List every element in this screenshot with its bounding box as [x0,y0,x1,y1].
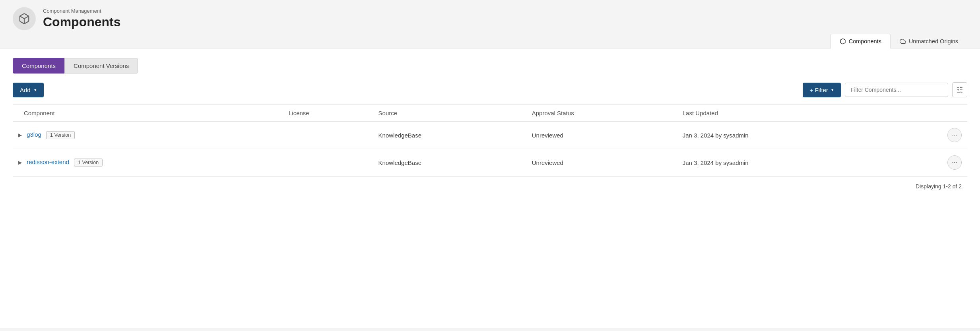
col-source: Source [373,105,526,122]
row-expander-g3log[interactable]: ▶ [18,132,22,138]
version-badge-g3log: 1 Version [46,131,75,139]
more-actions-g3log[interactable]: ··· [947,128,962,142]
tab-unmatched-origins[interactable]: Unmatched Origins [891,34,967,48]
add-button-label: Add [20,87,31,93]
tab-components[interactable]: Components [831,34,891,48]
component-link-g3log[interactable]: g3log [27,131,41,138]
tab-bar: Components Unmatched Origins [0,33,980,48]
filter-button-label: + Filter [810,87,828,93]
tab-components-label: Components [849,38,881,45]
display-count: Displaying 1-2 of 2 [916,183,962,190]
last-updated-redisson: Jan 3, 2024 by sysadmin [677,149,895,176]
toolbar: Add ▾ + Filter ▾ [13,82,967,97]
toolbar-right: + Filter ▾ [803,82,967,97]
filter-chevron-icon: ▾ [831,87,834,93]
box-tab-icon [840,38,846,45]
approval-status-redisson: Unreviewed [526,149,677,176]
add-button[interactable]: Add ▾ [13,83,44,97]
page-title: Components [43,15,121,29]
approval-status-g3log: Unreviewed [526,122,677,149]
filter-settings-icon [956,86,963,93]
page-icon [13,7,36,30]
cloud-icon [900,38,906,45]
page-subtitle: Component Management [43,8,121,14]
col-last-updated: Last Updated [677,105,895,122]
row-expander-redisson[interactable]: ▶ [18,160,22,165]
col-component: Component [13,105,283,122]
more-actions-redisson[interactable]: ··· [947,155,962,170]
filter-button[interactable]: + Filter ▾ [803,83,841,97]
table-row: ▶ redisson-extend 1 Version KnowledgeBas… [13,149,967,176]
components-table: Component License Source Approval Status… [13,105,967,176]
table-row: ▶ g3log 1 Version KnowledgeBase Unreview… [13,122,967,149]
table-footer: Displaying 1-2 of 2 [13,176,967,190]
source-redisson: KnowledgeBase [373,149,526,176]
tab-unmatched-origins-label: Unmatched Origins [909,38,958,45]
component-link-redisson[interactable]: redisson-extend [27,159,69,165]
toggle-components[interactable]: Components [13,58,64,74]
license-redisson [283,149,373,176]
toggle-component-versions[interactable]: Component Versions [64,58,138,74]
add-chevron-icon: ▾ [34,87,37,93]
license-g3log [283,122,373,149]
col-approval-status: Approval Status [526,105,677,122]
source-g3log: KnowledgeBase [373,122,526,149]
view-toggle-group: Components Component Versions [13,58,967,74]
version-badge-redisson: 1 Version [74,159,103,166]
filter-settings-button[interactable] [952,82,967,97]
last-updated-g3log: Jan 3, 2024 by sysadmin [677,122,895,149]
filter-input[interactable] [845,83,948,97]
col-license: License [283,105,373,122]
